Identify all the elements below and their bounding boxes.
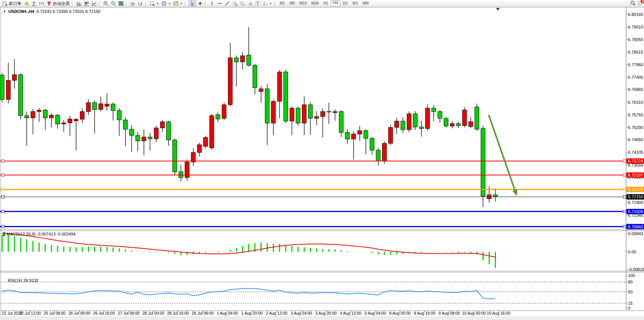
line-anchor-handle[interactable]	[623, 196, 626, 198]
line-anchor-handle[interactable]	[623, 174, 626, 177]
equidistant-channel-icon: E	[232, 1, 238, 6]
line-anchor-handle[interactable]	[2, 174, 4, 177]
vertical-line-icon	[209, 1, 215, 6]
signal-button[interactable]	[38, 0, 45, 6]
templates-button[interactable]: ▼	[172, 0, 183, 6]
candle-body	[68, 119, 72, 123]
candle-body	[19, 75, 23, 116]
candle-body	[481, 128, 485, 196]
timeframe-M30-button[interactable]: M30	[309, 1, 320, 6]
date-tick-label: 8 Aug 00:00	[389, 311, 411, 315]
toolbar-separator	[205, 1, 207, 6]
autotrade-button[interactable]: 自动交易	[46, 0, 70, 6]
line-anchor-handle[interactable]	[2, 160, 4, 162]
candle-body	[117, 111, 121, 120]
notifications-button[interactable]: 1	[638, 0, 643, 7]
templates-icon	[173, 1, 179, 6]
timeframe-D1-button[interactable]: D1	[341, 1, 350, 6]
indicator-bullet-icon	[3, 232, 5, 236]
candle-body	[99, 104, 103, 110]
text-label-button[interactable]: T	[254, 0, 261, 6]
svg-text:E: E	[236, 4, 238, 6]
line-anchor-handle[interactable]	[623, 210, 626, 213]
crosshair-button[interactable]	[197, 0, 204, 6]
candle-body	[395, 121, 399, 127]
candle-body	[407, 114, 411, 130]
chevron-down-icon[interactable]: ▼	[3, 10, 6, 13]
candle-body	[426, 108, 430, 129]
line-anchor-handle[interactable]	[2, 225, 4, 228]
candle-body	[86, 103, 91, 111]
date-tick-label: 3 Aug 04:00	[291, 311, 312, 315]
candle-body	[438, 111, 442, 118]
rsi-indicator-label: RSI(14) 28.9132	[3, 274, 38, 287]
line-anchor-handle[interactable]	[623, 188, 626, 191]
price-level-text: 6.70843	[628, 224, 643, 229]
candle-body	[210, 116, 214, 148]
candle-body	[333, 111, 337, 113]
price-level-text: 6.72476	[628, 187, 643, 192]
chart-shift-button[interactable]	[129, 0, 136, 6]
text-button[interactable]: A	[247, 0, 253, 6]
candle-body	[259, 89, 263, 91]
trendline-button[interactable]	[224, 0, 231, 6]
candle-body	[173, 140, 177, 172]
line-chart-button[interactable]	[91, 0, 97, 6]
line-anchor-handle[interactable]	[623, 225, 626, 228]
candlestick-button[interactable]	[83, 0, 90, 6]
price-tick-label: 6.75755	[628, 113, 643, 117]
price-tick-label: 6.75200	[628, 125, 643, 130]
candle-body	[401, 121, 405, 130]
timeframe-M5-button[interactable]: M5	[288, 1, 297, 6]
mt4-window: 新订单自动交易▼▼▼EFAT▼M1M5M15M30H1H4D1W1MN1 6.8…	[0, 0, 644, 320]
styles-bucket-icon	[24, 1, 29, 6]
line-anchor-handle[interactable]	[2, 210, 4, 213]
styles-bucket-button[interactable]	[23, 0, 30, 6]
indicators-button[interactable]: ▼	[149, 0, 160, 6]
rsi-tick-label: 50	[628, 290, 633, 294]
line-anchor-handle[interactable]	[2, 196, 4, 198]
arrows-button[interactable]: ▼	[262, 0, 273, 6]
zoom-in-button[interactable]	[102, 0, 109, 6]
rsi-tick-label: 15	[628, 301, 633, 306]
timeframe-MN-button[interactable]: MN	[361, 1, 371, 6]
search-icon	[630, 0, 635, 6]
vertical-line-button[interactable]	[209, 0, 215, 6]
line-anchor-handle[interactable]	[2, 188, 4, 191]
timeframe-M1-button[interactable]: M1	[278, 1, 287, 6]
candle-body	[419, 127, 424, 129]
toolbar-separator	[99, 1, 101, 6]
timeframe-H4-button[interactable]: H4	[331, 0, 340, 6]
toolbar-separator	[145, 1, 147, 6]
timeframe-H1-button[interactable]: H1	[321, 1, 330, 6]
price-tick-label: 6.79055	[628, 37, 643, 42]
fibonacci-button[interactable]: F	[239, 0, 246, 6]
bar-chart-button[interactable]	[75, 0, 82, 6]
candle-body	[123, 120, 128, 129]
timeframe-W1-button[interactable]: W1	[351, 1, 360, 6]
candle-body	[345, 132, 349, 139]
candle-body	[142, 137, 146, 141]
bar-chart-icon	[76, 1, 81, 6]
candle-body	[327, 111, 331, 112]
tile-windows-button[interactable]	[118, 0, 124, 6]
cursor-button[interactable]	[188, 0, 196, 6]
candle-body	[216, 115, 220, 119]
zoom-out-button[interactable]	[110, 0, 117, 6]
candle-body	[302, 105, 306, 123]
date-tick-label: 29 Jul 08:00	[192, 311, 214, 315]
date-tick-label: 5 Aug 04:00	[365, 311, 386, 315]
candle-body	[475, 107, 479, 129]
date-tick-label: 1 Aug 20:00	[241, 311, 263, 315]
equidistant-channel-button[interactable]: E	[231, 0, 238, 6]
line-anchor-handle[interactable]	[623, 160, 626, 162]
candle-body	[92, 103, 97, 110]
periods-button[interactable]: ▼	[161, 0, 172, 6]
profile-button[interactable]	[30, 0, 37, 6]
new-order-button[interactable]: 新订单	[2, 0, 22, 6]
chart-area[interactable]: 6.801656.796106.790556.785156.779606.774…	[0, 0, 644, 320]
timeframe-M15-button[interactable]: M15	[298, 1, 309, 6]
chart-autoscroll-button[interactable]	[137, 0, 144, 6]
search-button[interactable]	[630, 0, 635, 7]
horizontal-line-button[interactable]	[216, 0, 223, 6]
